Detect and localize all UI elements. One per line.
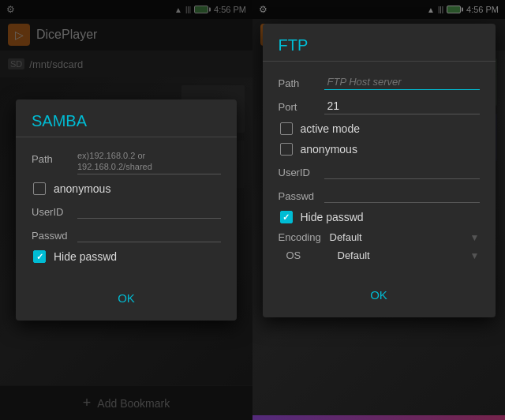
ftp-anonymous-label: anonymous — [301, 143, 357, 156]
samba-userid-input[interactable] — [77, 203, 221, 219]
ftp-passwd-input[interactable] — [324, 187, 480, 203]
ftp-encoding-row[interactable]: Encoding Default ▼ — [279, 231, 480, 243]
ftp-ok-button[interactable]: OK — [354, 283, 403, 306]
ftp-encoding-label: Encoding — [279, 231, 330, 243]
ftp-hide-passwd-row[interactable]: Hide passwd — [280, 211, 480, 223]
ftp-dialog-body: Path Port active mode anonymous — [263, 68, 496, 277]
samba-dialog-overlay: SAMBA Path ex)192.168.0.2 or 192.168.0.2… — [0, 0, 252, 420]
samba-passwd-label: Passwd — [32, 227, 71, 242]
ftp-hide-passwd-label: Hide passwd — [301, 211, 364, 223]
ftp-dialog-footer: OK — [263, 277, 496, 317]
ftp-port-row: Port — [279, 98, 480, 114]
samba-anonymous-checkbox[interactable] — [33, 182, 46, 195]
samba-path-row: Path ex)192.168.0.2 or 192.168.0.2/share… — [32, 150, 221, 175]
ftp-passwd-label: Passwd — [279, 187, 318, 202]
ftp-passwd-row: Passwd — [279, 187, 480, 203]
ftp-port-label: Port — [279, 98, 318, 113]
ftp-dialog: FTP Path Port active mode — [263, 24, 496, 317]
samba-hide-passwd-label: Hide passwd — [54, 250, 117, 263]
ftp-path-input[interactable] — [324, 74, 480, 90]
ftp-os-arrow: ▼ — [470, 250, 480, 261]
ftp-os-value: Default — [338, 249, 470, 261]
ftp-hide-passwd-checkbox[interactable] — [280, 211, 293, 223]
ftp-dialog-overlay: FTP Path Port active mode — [252, 0, 505, 420]
samba-path-hint: ex)192.168.0.2 or 192.168.0.2/shared — [77, 150, 221, 175]
samba-userid-row: UserID — [32, 203, 221, 219]
ftp-anonymous-row[interactable]: anonymous — [280, 143, 480, 156]
samba-anonymous-label: anonymous — [54, 182, 110, 195]
samba-anonymous-row[interactable]: anonymous — [33, 182, 221, 195]
samba-dialog-footer: OK — [16, 280, 237, 321]
samba-ok-button[interactable]: OK — [102, 287, 151, 309]
samba-dialog-title: SAMBA — [16, 99, 237, 137]
ftp-active-mode-checkbox[interactable] — [280, 122, 293, 135]
ftp-path-label: Path — [279, 74, 318, 89]
ftp-active-mode-label: active mode — [301, 122, 360, 135]
samba-userid-label: UserID — [32, 203, 71, 218]
samba-dialog-body: Path ex)192.168.0.2 or 192.168.0.2/share… — [16, 144, 237, 281]
ftp-userid-input[interactable] — [324, 163, 480, 179]
ftp-dialog-title: FTP — [263, 24, 496, 62]
samba-passwd-input[interactable] — [77, 227, 221, 242]
ftp-anonymous-checkbox[interactable] — [280, 143, 293, 156]
ftp-encoding-value: Default — [330, 231, 470, 243]
samba-dialog: SAMBA Path ex)192.168.0.2 or 192.168.0.2… — [16, 99, 237, 321]
ftp-userid-label: UserID — [279, 163, 318, 178]
samba-hide-passwd-checkbox[interactable] — [33, 250, 46, 263]
ftp-os-label: OS — [286, 249, 338, 261]
left-panel: ⚙ ▲ ||| 4:56 PM ▷ DicePlayer SD /mnt/sdc… — [0, 0, 252, 420]
ftp-path-row: Path — [279, 74, 480, 90]
ftp-active-mode-row[interactable]: active mode — [280, 122, 480, 135]
ftp-encoding-arrow: ▼ — [470, 232, 480, 243]
ftp-port-input[interactable] — [324, 98, 480, 114]
ftp-userid-row: UserID — [279, 163, 480, 179]
samba-passwd-row: Passwd — [32, 227, 221, 242]
right-panel: ⚙ ▲ ||| 4:56 PM ▷ DicePlayer FTP Path — [252, 0, 505, 420]
samba-path-label: Path — [32, 150, 71, 165]
ftp-os-row[interactable]: OS Default ▼ — [286, 249, 480, 261]
samba-hide-passwd-row[interactable]: Hide passwd — [33, 250, 221, 263]
